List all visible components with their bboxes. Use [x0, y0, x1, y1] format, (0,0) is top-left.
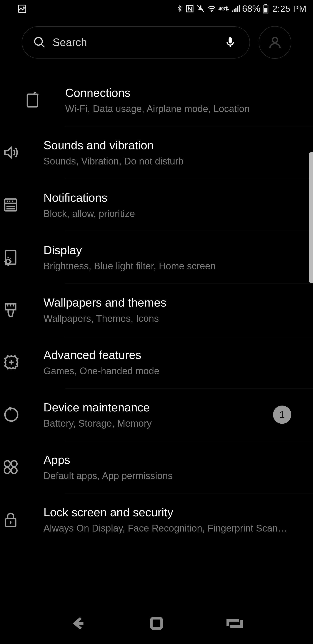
apps-icon — [2, 459, 19, 476]
battery-icon — [263, 4, 269, 14]
signal-icon — [231, 4, 240, 13]
setting-item-lockscreen[interactable]: Lock screen and security Always On Displ… — [65, 493, 313, 546]
setting-item-maintenance[interactable]: Device maintenance Battery, Storage, Mem… — [65, 388, 313, 441]
svg-rect-8 — [229, 37, 232, 44]
recents-button[interactable] — [226, 617, 244, 630]
svg-rect-6 — [264, 8, 268, 12]
gear-plus-icon — [2, 353, 20, 372]
battery-percent: 68% — [242, 4, 260, 14]
mute-icon — [196, 4, 205, 13]
scroll-indicator[interactable] — [309, 152, 313, 283]
setting-item-sounds[interactable]: Sounds and vibration Sounds, Vibration, … — [65, 126, 313, 178]
setting-item-connections[interactable]: Connections Wi-Fi, Data usage, Airplane … — [0, 74, 313, 126]
status-left — [17, 4, 27, 14]
svg-point-19 — [5, 408, 18, 421]
status-bar: 4G⇅ 68% 2:25 PM — [0, 0, 313, 18]
navigation-bar — [0, 607, 313, 644]
person-icon — [267, 35, 283, 50]
svg-rect-10 — [27, 94, 38, 107]
svg-point-25 — [10, 521, 11, 523]
wifi-icon — [207, 4, 216, 13]
svg-point-1 — [23, 6, 24, 8]
display-icon — [2, 249, 19, 266]
svg-point-21 — [11, 461, 17, 467]
setting-item-display[interactable]: Display Brightness, Blue light filter, H… — [65, 231, 313, 284]
status-right: 4G⇅ 68% 2:25 PM — [176, 4, 307, 14]
home-button[interactable] — [148, 615, 165, 632]
setting-title: Device maintenance — [43, 400, 269, 414]
setting-title: Lock screen and security — [43, 506, 291, 519]
notification-badge: 1 — [273, 406, 291, 424]
clock: 2:25 PM — [273, 4, 307, 14]
image-icon — [17, 4, 27, 14]
svg-point-14 — [9, 200, 10, 202]
setting-subtitle: Always On Display, Face Recognition, Fin… — [43, 523, 291, 534]
setting-title: Connections — [65, 86, 291, 100]
svg-point-3 — [211, 11, 212, 12]
svg-point-13 — [6, 200, 8, 202]
setting-subtitle: Default apps, App permissions — [43, 470, 291, 481]
setting-item-advanced[interactable]: Advanced features Games, One-handed mode — [65, 336, 313, 388]
settings-list: Connections Wi-Fi, Data usage, Airplane … — [0, 68, 313, 546]
search-placeholder: Search — [53, 36, 217, 49]
svg-rect-26 — [151, 618, 162, 628]
search-bar[interactable]: Search — [22, 26, 250, 58]
back-button[interactable] — [69, 615, 87, 632]
bluetooth-icon — [176, 4, 183, 13]
brush-icon — [2, 301, 19, 318]
svg-rect-0 — [19, 5, 26, 12]
svg-point-23 — [11, 468, 17, 474]
search-area: Search — [0, 18, 313, 68]
connections-icon — [24, 92, 41, 108]
profile-button[interactable] — [259, 26, 291, 59]
setting-item-wallpapers[interactable]: Wallpapers and themes Wallpapers, Themes… — [65, 284, 313, 336]
setting-item-notifications[interactable]: Notifications Block, allow, prioritize — [65, 178, 313, 231]
setting-title: Advanced features — [43, 348, 291, 362]
setting-title: Display — [43, 243, 291, 257]
notifications-icon — [2, 196, 19, 214]
setting-title: Wallpapers and themes — [43, 296, 291, 309]
nfc-icon — [185, 4, 194, 13]
svg-rect-5 — [265, 4, 267, 5]
setting-subtitle: Wi-Fi, Data usage, Airplane mode, Locati… — [65, 103, 291, 114]
setting-item-apps[interactable]: Apps Default apps, App permissions — [65, 441, 313, 493]
setting-title: Notifications — [43, 191, 291, 204]
sound-icon — [2, 144, 20, 162]
svg-point-22 — [4, 468, 10, 474]
svg-point-15 — [12, 200, 13, 202]
setting-subtitle: Block, allow, prioritize — [43, 208, 291, 219]
svg-point-7 — [35, 38, 42, 45]
setting-title: Sounds and vibration — [43, 138, 291, 152]
network-type: 4G⇅ — [218, 6, 229, 12]
svg-point-11 — [37, 94, 38, 95]
mic-icon[interactable] — [224, 36, 237, 49]
setting-subtitle: Brightness, Blue light filter, Home scre… — [43, 261, 291, 272]
lock-icon — [2, 511, 19, 528]
setting-subtitle: Wallpapers, Themes, Icons — [43, 313, 291, 324]
svg-point-17 — [6, 260, 10, 264]
setting-subtitle: Sounds, Vibration, Do not disturb — [43, 156, 291, 167]
svg-point-9 — [272, 38, 277, 42]
setting-title: Apps — [43, 453, 291, 466]
refresh-icon — [2, 406, 20, 424]
setting-subtitle: Battery, Storage, Memory — [43, 418, 269, 429]
setting-subtitle: Games, One-handed mode — [43, 366, 291, 376]
search-icon — [33, 36, 46, 49]
svg-point-20 — [4, 461, 10, 467]
